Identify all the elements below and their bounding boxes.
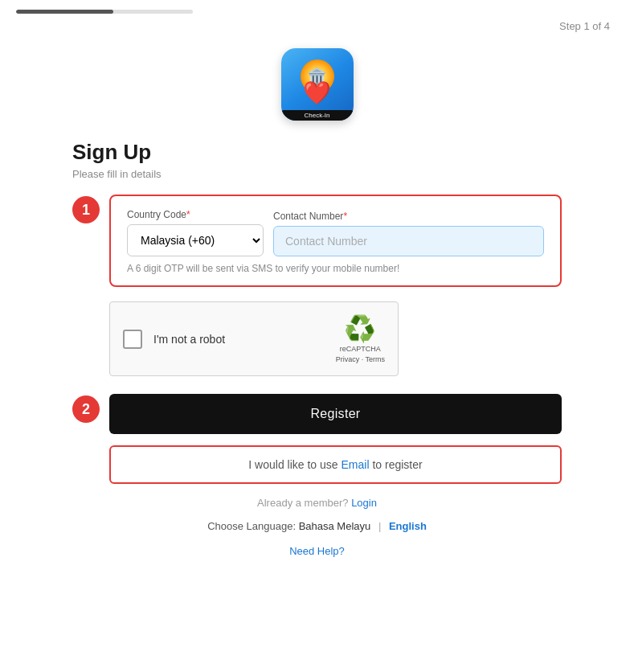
country-code-label: Country Code*	[127, 209, 264, 220]
recaptcha-box: I'm not a robot ♻️ reCAPTCHA Privacy · T…	[109, 301, 399, 376]
country-code-label-text: Country Code	[127, 209, 186, 220]
signup-title: Sign Up	[72, 140, 562, 165]
progress-bar-container	[0, 0, 634, 14]
country-required-marker: *	[186, 209, 190, 220]
signup-subtitle: Please fill in details	[72, 168, 562, 180]
step1-content: Country Code* Malaysia (+60) Singapore (…	[109, 195, 562, 287]
recaptcha-links: Privacy · Terms	[336, 354, 385, 365]
language-chooser: Choose Language: Bahasa Melayu | English	[72, 520, 562, 532]
app-icon-badge: Check-In	[281, 110, 354, 121]
language-divider: |	[378, 520, 381, 532]
form-row: Country Code* Malaysia (+60) Singapore (…	[127, 209, 544, 256]
email-register-prefix: I would like to use	[248, 458, 337, 471]
recaptcha-left: I'm not a robot	[123, 330, 225, 349]
step1-section: 1 Country Code* Malaysia (+60) Singapore…	[72, 195, 562, 287]
language-ms[interactable]: Bahasa Melayu	[299, 520, 371, 532]
contact-label-text: Contact Number	[273, 211, 343, 222]
app-badge-text: Check-In	[304, 112, 329, 119]
contact-required-marker: *	[343, 211, 347, 222]
app-icon-container: 🏛️ ❤️ Check-In	[0, 48, 634, 121]
step1-form-box: Country Code* Malaysia (+60) Singapore (…	[109, 195, 562, 287]
register-button[interactable]: Register	[109, 394, 562, 434]
email-register-suffix: to register	[372, 458, 422, 471]
country-code-select[interactable]: Malaysia (+60) Singapore (+65) Other	[127, 224, 264, 256]
recaptcha-icon: ♻️	[344, 313, 376, 344]
already-member-prefix: Already a member?	[257, 497, 348, 509]
step-indicator: Step 1 of 4	[0, 14, 634, 32]
contact-number-input[interactable]	[273, 226, 544, 256]
contact-number-group: Contact Number*	[273, 211, 544, 256]
step1-circle: 1	[72, 196, 100, 223]
country-code-group: Country Code* Malaysia (+60) Singapore (…	[127, 209, 264, 256]
email-register-box: I would like to use Email to register	[109, 445, 562, 484]
email-register-link[interactable]: Email	[342, 458, 370, 471]
recaptcha-brand: reCAPTCHA	[340, 344, 381, 354]
step2-section: 2 Register I would like to use Email to …	[72, 394, 562, 484]
main-content: Sign Up Please fill in details 1 Country…	[0, 140, 634, 557]
recaptcha-label: I'm not a robot	[153, 333, 225, 346]
language-prefix: Choose Language:	[207, 520, 296, 532]
recaptcha-right: ♻️ reCAPTCHA Privacy · Terms	[336, 313, 385, 364]
recaptcha-checkbox[interactable]	[123, 330, 142, 349]
progress-bar-track	[16, 10, 193, 14]
progress-bar-fill	[16, 10, 113, 14]
language-en[interactable]: English	[389, 520, 427, 532]
otp-hint: A 6 digit OTP will be sent via SMS to ve…	[127, 263, 544, 274]
need-help-link[interactable]: Need Help?	[289, 545, 345, 557]
step-label-text: Step 1 of 4	[559, 20, 610, 32]
already-member: Already a member? Login	[72, 497, 562, 509]
need-help: Need Help?	[72, 545, 562, 557]
step2-content: Register I would like to use Email to re…	[109, 394, 562, 484]
contact-number-label: Contact Number*	[273, 211, 544, 222]
recaptcha-container: I'm not a robot ♻️ reCAPTCHA Privacy · T…	[109, 301, 562, 376]
login-link[interactable]: Login	[351, 497, 377, 509]
app-icon: 🏛️ ❤️ Check-In	[281, 48, 354, 121]
step2-circle: 2	[72, 395, 100, 423]
